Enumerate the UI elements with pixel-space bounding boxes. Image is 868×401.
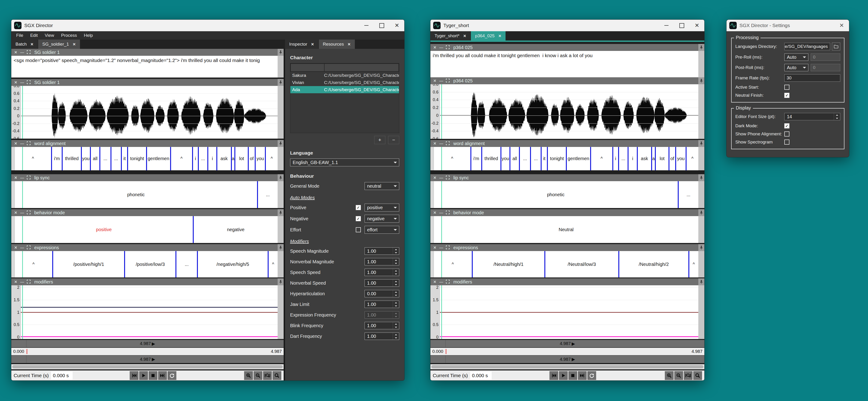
titlebar[interactable]: Tyger_short ✕ [430, 20, 704, 31]
character-row-vivian[interactable]: VivianC:/Users/berge/SG_DEV/SG_Characte.… [290, 79, 399, 86]
alignment-segment[interactable]: you [81, 147, 90, 170]
titlebar[interactable]: SGX Director ✕ [11, 20, 404, 31]
alignment-segment[interactable]: a [231, 147, 235, 170]
zoom-out-button[interactable] [254, 371, 262, 380]
zoom-selection-button[interactable] [273, 371, 281, 380]
timeline-span-top[interactable]: 4.987▶ [11, 340, 284, 347]
pin-icon[interactable] [698, 140, 704, 147]
word-alignment-track[interactable]: ^i'mthrilledyouall......ittonightgentlem… [434, 147, 698, 170]
pin-icon[interactable] [278, 140, 284, 147]
remove-character-button[interactable]: − [388, 136, 399, 144]
pin-icon[interactable] [698, 209, 704, 216]
panel-close-icon[interactable]: ✕ [14, 176, 17, 180]
minimize-icon[interactable] [662, 22, 671, 29]
tab-sg-soldier-1[interactable]: SG_soldier_1✕ [38, 39, 80, 49]
panel-minimize-icon[interactable]: — [439, 246, 443, 250]
pin-icon[interactable] [698, 244, 704, 251]
zoom-in-button[interactable] [244, 371, 253, 380]
alignment-segment[interactable]: negative [193, 216, 278, 243]
timeline-ruler[interactable]: 0.0004.987 [430, 348, 704, 355]
close-icon[interactable]: ✕ [692, 22, 702, 29]
playhead[interactable] [22, 216, 23, 243]
panel-minimize-icon[interactable]: — [439, 176, 443, 180]
checkbox[interactable]: ✓ [356, 216, 361, 221]
alignment-segment[interactable]: all [90, 147, 99, 170]
menu-help[interactable]: Help [81, 33, 96, 38]
playhead[interactable] [22, 147, 23, 170]
transcript-text[interactable]: i'm thrilled you all could make it tonig… [430, 51, 698, 60]
loop-button[interactable] [167, 371, 176, 380]
close-icon[interactable]: ✕ [837, 22, 846, 29]
lip-sync-track[interactable]: phonetic... [434, 181, 698, 208]
alignment-segment[interactable]: it [541, 147, 547, 170]
pin-icon[interactable] [698, 174, 704, 181]
pin-icon[interactable] [278, 278, 284, 285]
alignment-segment[interactable]: ^ [15, 147, 51, 170]
alignment-segment[interactable]: ... [99, 147, 111, 170]
menu-process[interactable]: Process [58, 33, 81, 38]
panel-float-icon[interactable] [27, 280, 31, 284]
menu-edit[interactable]: Edit [27, 33, 41, 38]
panel-minimize-icon[interactable]: — [439, 46, 443, 50]
alignment-segment[interactable]: ^ [434, 147, 470, 170]
spin-input[interactable]: 1.00 [365, 247, 399, 255]
spin-input[interactable]: 1.00 [365, 269, 399, 276]
maximize-icon[interactable] [677, 22, 686, 29]
expressions-track[interactable]: ^/Neutral/high/1/Neutral/low/3/Neutral/h… [434, 251, 698, 278]
timeline-span-top[interactable]: 4.987▶ [430, 340, 704, 347]
alignment-segment[interactable]: ... [678, 181, 699, 208]
show-phone-alignment-checkbox[interactable] [784, 132, 789, 137]
character-row-ada[interactable]: AdaC:/Users/berge/SG_DEV/SG_Characte... [290, 86, 399, 93]
panel-minimize-icon[interactable]: — [20, 142, 24, 146]
zoom-fit-button[interactable] [263, 371, 272, 380]
spin-input[interactable]: 1.00 [365, 300, 399, 308]
panel-minimize-icon[interactable]: — [20, 246, 24, 250]
alignment-segment[interactable]: ^ [686, 147, 698, 170]
alignment-segment[interactable]: tonight [547, 147, 566, 170]
general-mode-select[interactable]: neutral [365, 182, 399, 190]
behavior-mode-track[interactable]: positivenegative [15, 216, 278, 243]
alignment-segment[interactable]: i [612, 147, 618, 170]
waveform-view[interactable] [21, 86, 278, 139]
browse-folder-button[interactable] [832, 42, 840, 51]
alignment-segment[interactable]: i [628, 147, 637, 170]
editor-font-size-spinner[interactable]: 14 [784, 113, 840, 120]
alignment-segment[interactable]: ... [530, 147, 541, 170]
alignment-segment[interactable]: you [500, 147, 509, 170]
pin-icon[interactable] [278, 49, 284, 56]
alignment-segment[interactable]: /positive/low/3 [124, 251, 176, 278]
playhead[interactable] [441, 216, 442, 243]
active-start-checkbox[interactable] [784, 85, 789, 90]
alignment-segment[interactable]: of [669, 147, 676, 170]
zoom-fit-button[interactable] [684, 371, 692, 380]
alignment-segment[interactable]: ^ [15, 251, 52, 278]
current-time-value[interactable]: 0.000 s [470, 372, 492, 379]
alignment-segment[interactable]: ... [111, 147, 121, 170]
skip-start-button[interactable] [550, 371, 558, 380]
zoom-in-button[interactable] [665, 371, 674, 380]
alignment-segment[interactable]: /Neutral/high/1 [472, 251, 545, 278]
menu-file[interactable]: File [13, 33, 27, 38]
panel-minimize-icon[interactable]: — [439, 211, 443, 215]
panel-float-icon[interactable] [446, 280, 450, 284]
pin-icon[interactable] [698, 44, 704, 51]
horizontal-scrollbar[interactable] [11, 364, 284, 369]
tab-close-icon[interactable]: ✕ [498, 34, 501, 38]
panel-minimize-icon[interactable]: — [439, 142, 443, 146]
panel-float-icon[interactable] [446, 176, 450, 180]
pin-icon[interactable] [278, 244, 284, 251]
minimize-icon[interactable] [362, 22, 371, 29]
tab-p364-025[interactable]: p364_025✕ [471, 31, 505, 40]
table-header-path[interactable] [324, 64, 399, 71]
panel-close-icon[interactable]: ✕ [433, 142, 436, 146]
panel-minimize-icon[interactable]: — [20, 176, 24, 180]
panel-float-icon[interactable] [27, 210, 31, 215]
alignment-segment[interactable]: ^ [688, 251, 698, 278]
panel-float-icon[interactable] [27, 176, 31, 180]
alignment-segment[interactable]: gentlemen [566, 147, 590, 170]
neutral-finish-checkbox[interactable]: ✓ [784, 93, 789, 98]
timeline-span-bottom[interactable]: 4.987▶ [11, 355, 284, 363]
post-roll-mode-select[interactable]: Auto [784, 64, 808, 71]
alignment-segment[interactable]: i'm [470, 147, 481, 170]
alignment-segment[interactable]: all [509, 147, 519, 170]
